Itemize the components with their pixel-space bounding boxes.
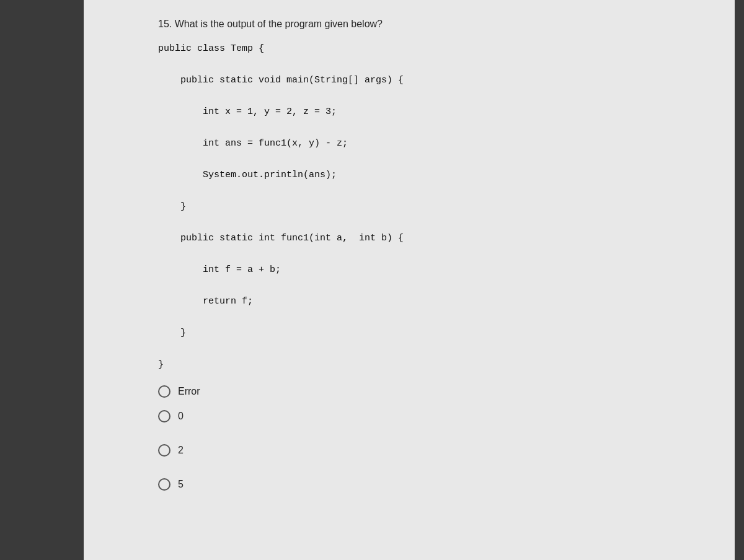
option-2[interactable]: 2	[158, 444, 710, 457]
radio-2[interactable]	[158, 444, 170, 457]
option-0-label: 0	[178, 411, 184, 422]
option-error[interactable]: Error	[158, 385, 710, 398]
option-2-label: 2	[178, 445, 184, 456]
code-block: public class Temp { public static void m…	[158, 41, 710, 373]
radio-5[interactable]	[158, 478, 170, 491]
options-section: Error 0 2 5	[158, 385, 710, 491]
option-0[interactable]: 0	[158, 410, 710, 422]
radio-0[interactable]	[158, 410, 170, 422]
question-number: 15. What is the output of the program gi…	[158, 19, 710, 30]
main-content: 15. What is the output of the program gi…	[84, 0, 735, 560]
option-error-label: Error	[178, 386, 200, 397]
option-5-label: 5	[178, 479, 184, 490]
radio-error[interactable]	[158, 385, 170, 398]
option-5[interactable]: 5	[158, 478, 710, 491]
